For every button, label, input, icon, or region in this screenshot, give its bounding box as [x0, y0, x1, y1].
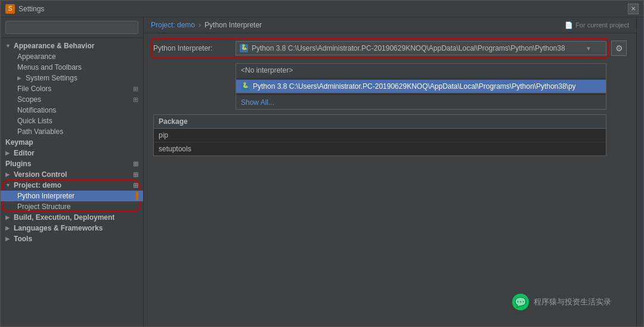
sidebar-item-label: Quick Lists — [17, 117, 52, 125]
breadcrumb-project[interactable]: Project: demo — [151, 21, 195, 29]
for-current-project: 📄 For current project — [565, 21, 629, 29]
sidebar-item-label: Notifications — [17, 106, 56, 114]
sidebar-item-project-demo[interactable]: ▼ Project: demo ⊞ — [1, 180, 143, 191]
plugins-icon: ⊞ — [133, 160, 138, 168]
sidebar-item-label: Appearance & Behavior — [14, 42, 94, 50]
sidebar-item-editor[interactable]: ▶ Editor — [1, 148, 143, 158]
gear-icon: ⚙ — [615, 43, 623, 53]
package-row-pip: pip — [154, 129, 606, 142]
modified-indicator — [136, 192, 138, 200]
sidebar-item-label: Project: demo — [14, 181, 61, 189]
search-input[interactable] — [5, 21, 138, 34]
expand-arrow: ▶ — [5, 150, 11, 156]
sidebar-item-label: Languages & Frameworks — [14, 224, 103, 232]
show-all-label: Show All... — [241, 98, 274, 107]
sidebar-item-label: Keymap — [5, 138, 33, 147]
sidebar-item-label: File Colors — [17, 85, 51, 93]
right-scrollbar[interactable] — [636, 17, 643, 326]
sidebar-item-python-interpreter[interactable]: Python Interpreter — [1, 191, 143, 201]
search-box — [1, 17, 143, 38]
sidebar-item-label: Editor — [14, 149, 35, 157]
sidebar-item-scopes[interactable]: Scopes ⊞ — [1, 94, 143, 105]
expand-arrow: ▼ — [5, 182, 11, 188]
scopes-icon: ⊞ — [133, 96, 138, 104]
python-icon: 🐍 — [240, 44, 248, 52]
expand-arrow: ▶ — [5, 225, 11, 231]
sidebar-item-appearance-behavior[interactable]: ▼ Appearance & Behavior — [1, 41, 143, 51]
sidebar-item-appearance[interactable]: Appearance — [1, 51, 143, 62]
app-icon: S — [5, 4, 15, 14]
sidebar-item-label: System Settings — [26, 74, 78, 82]
package-row-setuptools: setuptools — [154, 142, 606, 155]
sidebar-item-label: Project Structure — [17, 203, 70, 211]
sidebar-item-label: Menus and Toolbars — [17, 63, 82, 71]
project-demo-icon: ⊞ — [133, 182, 138, 189]
sidebar-item-plugins[interactable]: Plugins ⊞ — [1, 158, 143, 169]
sidebar-item-label: Scopes — [17, 95, 41, 104]
sidebar-item-label: Appearance — [17, 52, 56, 61]
settings-window: S Settings ✕ ▼ Appearance & Behavior App… — [0, 0, 644, 327]
interpreter-row: Python Interpreter: 🐍 Python 3.8 C:\User… — [153, 41, 627, 56]
gear-button[interactable]: ⚙ — [611, 41, 627, 56]
setuptools-label: setuptools — [159, 145, 191, 153]
dropdown-item-no-interpreter[interactable]: <No interpreter> — [236, 64, 606, 77]
breadcrumb-current: Python Interpreter — [205, 21, 262, 29]
sidebar-item-version-control[interactable]: ▶ Version Control ⊞ — [1, 169, 143, 180]
sidebar-item-label: Build, Execution, Deployment — [14, 213, 114, 222]
sidebar-tree: ▼ Appearance & Behavior Appearance Menus… — [1, 38, 143, 326]
interpreter-select-wrap: 🐍 Python 3.8 C:\Users\Administrator.PC-2… — [236, 41, 606, 55]
breadcrumb-bar: Project: demo › Python Interpreter 📄 For… — [144, 17, 636, 33]
dropdown-python38-label: Python 3.8 C:\Users\Administrator.PC-201… — [253, 82, 576, 91]
sidebar-item-label: Tools — [14, 235, 32, 243]
sidebar-item-languages-frameworks[interactable]: ▶ Languages & Frameworks — [1, 223, 143, 233]
for-current-label: For current project — [575, 21, 629, 29]
package-header: Package — [154, 115, 606, 129]
expand-arrow: ▶ — [17, 75, 23, 81]
dropdown-item-python38[interactable]: 🐍 Python 3.8 C:\Users\Administrator.PC-2… — [236, 80, 606, 93]
main-layout: ▼ Appearance & Behavior Appearance Menus… — [1, 17, 643, 326]
sidebar-item-tools[interactable]: ▶ Tools — [1, 233, 143, 244]
breadcrumb-separator: › — [199, 21, 201, 29]
sidebar-item-menus-toolbars[interactable]: Menus and Toolbars — [1, 62, 143, 73]
file-colors-icon: ⊞ — [133, 85, 138, 93]
sidebar-item-file-colors[interactable]: File Colors ⊞ — [1, 83, 143, 94]
sidebar-item-label: Python Interpreter — [17, 192, 75, 200]
sidebar-item-project-structure[interactable]: Project Structure — [1, 201, 143, 212]
sidebar: ▼ Appearance & Behavior Appearance Menus… — [1, 17, 144, 326]
no-interpreter-label: <No interpreter> — [241, 66, 293, 74]
interpreter-select[interactable]: 🐍 Python 3.8 C:\Users\Administrator.PC-2… — [236, 41, 606, 55]
interpreter-label: Python Interpreter: — [153, 44, 231, 52]
expand-arrow: ▶ — [5, 214, 11, 220]
dropdown-python-icon: 🐍 — [241, 82, 249, 91]
close-button[interactable]: ✕ — [628, 4, 639, 14]
interpreter-panel: Python Interpreter: 🐍 Python 3.8 C:\User… — [144, 33, 636, 326]
page-icon: 📄 — [565, 21, 573, 29]
sidebar-item-build-exec-deploy[interactable]: ▶ Build, Execution, Deployment — [1, 212, 143, 223]
sidebar-item-keymap[interactable]: Keymap — [1, 137, 143, 148]
pip-label: pip — [159, 131, 168, 139]
expand-arrow: ▶ — [5, 236, 11, 242]
expand-arrow: ▼ — [5, 43, 11, 49]
dropdown-separator — [236, 78, 606, 79]
right-panel: Project: demo › Python Interpreter 📄 For… — [144, 17, 643, 326]
sidebar-item-system-settings[interactable]: ▶ System Settings — [1, 73, 143, 83]
sidebar-item-label: Version Control — [14, 170, 67, 179]
project-demo-wrapper: ▼ Project: demo ⊞ Python Interpreter Pro… — [1, 180, 143, 212]
interpreter-row-wrap: Python Interpreter: 🐍 Python 3.8 C:\User… — [153, 41, 627, 56]
version-control-icon: ⊞ — [133, 171, 138, 179]
interpreter-value: Python 3.8 C:\Users\Administrator.PC-201… — [252, 44, 565, 52]
package-table: Package pip setuptools — [153, 114, 606, 156]
sidebar-item-label: Path Variables — [17, 127, 63, 136]
sidebar-item-notifications[interactable]: Notifications — [1, 105, 143, 116]
sidebar-item-quick-lists[interactable]: Quick Lists — [1, 116, 143, 126]
expand-arrow: ▶ — [5, 172, 11, 177]
dropdown-show-all[interactable]: Show All... — [236, 96, 606, 109]
interpreter-dropdown: <No interpreter> 🐍 Python 3.8 C:\Users\A… — [236, 63, 606, 110]
sidebar-item-label: Plugins — [5, 160, 31, 168]
window-title: Settings — [18, 5, 44, 13]
select-arrow-icon: ▼ — [586, 45, 592, 52]
titlebar: S Settings ✕ — [1, 1, 643, 17]
package-header-label: Package — [159, 117, 188, 126]
sidebar-item-path-variables[interactable]: Path Variables — [1, 126, 143, 137]
main-content: Project: demo › Python Interpreter 📄 For… — [144, 17, 636, 326]
